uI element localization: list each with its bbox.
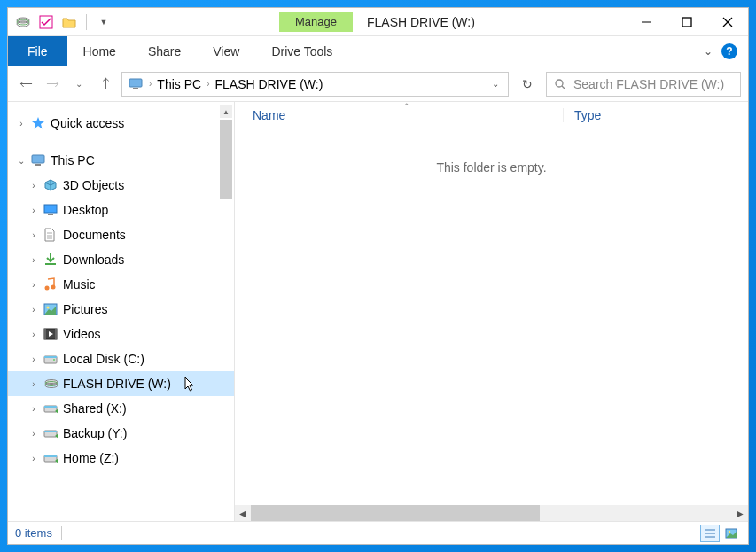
ribbon: File Home Share View Drive Tools ⌄ ? (8, 36, 748, 66)
nav-label: Downloads (63, 253, 124, 267)
chevron-right-icon[interactable]: › (27, 280, 40, 290)
chevron-right-icon[interactable]: › (27, 305, 40, 315)
empty-folder-message: This folder is empty. (235, 128, 748, 175)
svg-point-21 (51, 285, 56, 290)
chevron-right-icon[interactable]: › (27, 181, 40, 190)
svg-rect-25 (44, 329, 46, 339)
nav-label: Shared (X:) (63, 401, 127, 416)
scroll-right-icon[interactable]: ▶ (732, 505, 748, 521)
search-placeholder: Search FLASH DRIVE (W:) (573, 77, 724, 91)
properties-qat-icon[interactable] (38, 14, 54, 30)
chevron-right-icon[interactable]: › (27, 404, 40, 414)
chevron-right-icon[interactable]: › (27, 255, 40, 265)
star-icon (31, 116, 47, 130)
chevron-right-icon[interactable]: › (27, 230, 40, 240)
horizontal-scrollbar[interactable]: ◀ ▶ (235, 505, 748, 521)
svg-rect-8 (129, 79, 142, 87)
scroll-up-icon[interactable]: ▲ (220, 105, 232, 118)
explorer-window: ▼ Manage FLASH DRIVE (W:) File Home Shar… (7, 7, 749, 545)
nav-item[interactable]: ›FLASH DRIVE (W:) (8, 371, 234, 396)
up-button[interactable]: 🡑 (95, 74, 116, 95)
chevron-right-icon[interactable]: › (27, 454, 40, 463)
chevron-right-icon[interactable]: › (149, 79, 152, 89)
recent-dropdown-icon[interactable]: ⌄ (68, 74, 90, 95)
scroll-thumb[interactable] (251, 505, 540, 521)
desktop-icon (43, 204, 59, 216)
manage-context-tab[interactable]: Manage (279, 12, 353, 32)
nav-scrollbar[interactable]: ▲ (220, 105, 232, 199)
nav-item[interactable]: ›Desktop (8, 198, 234, 222)
back-button[interactable]: 🡐 (15, 74, 36, 95)
chevron-right-icon[interactable]: › (27, 429, 40, 439)
tab-home[interactable]: Home (67, 36, 132, 66)
refresh-button[interactable]: ↻ (514, 77, 541, 91)
nav-item[interactable]: ›Music (8, 272, 234, 297)
svg-point-20 (45, 286, 50, 291)
pic-icon (43, 303, 59, 315)
chevron-right-icon[interactable]: › (15, 119, 27, 128)
search-icon (554, 78, 566, 90)
chevron-right-icon[interactable]: › (27, 330, 40, 339)
scroll-thumb[interactable] (220, 120, 232, 199)
scroll-left-icon[interactable]: ◀ (235, 505, 251, 521)
minimize-button[interactable] (626, 8, 666, 36)
thumbnails-view-button[interactable] (721, 525, 741, 542)
folder-qat-icon[interactable] (61, 14, 77, 30)
nav-item[interactable]: ›Downloads (8, 247, 234, 272)
chevron-right-icon[interactable]: › (27, 379, 40, 389)
nav-item[interactable]: ›3D Objects (8, 173, 234, 198)
qat-divider (86, 14, 87, 30)
breadcrumb-box[interactable]: › This PC › FLASH DRIVE (W:) ⌄ (121, 72, 509, 97)
nav-item[interactable]: ›Backup (Y:) (8, 421, 234, 446)
column-headers: ⌃ Name Type (235, 102, 748, 128)
breadcrumb-flash-drive[interactable]: FLASH DRIVE (W:) (214, 77, 323, 91)
svg-rect-26 (55, 329, 57, 339)
flash-icon (43, 378, 59, 389)
nav-item[interactable]: ›Home (Z:) (8, 446, 234, 470)
search-box[interactable]: Search FLASH DRIVE (W:) (546, 72, 741, 97)
tab-view[interactable]: View (197, 36, 255, 66)
app-icon (15, 14, 31, 30)
nav-item[interactable]: ›Videos (8, 322, 234, 346)
nav-label: Backup (Y:) (63, 426, 127, 440)
svg-rect-29 (44, 356, 57, 358)
close-button[interactable] (707, 8, 748, 36)
nav-item[interactable]: ›Shared (X:) (8, 396, 234, 421)
pc-icon (31, 154, 47, 167)
chevron-right-icon[interactable]: › (27, 206, 40, 215)
nav-label: Videos (63, 327, 101, 341)
breadcrumb-this-pc[interactable]: This PC (157, 77, 201, 91)
help-icon[interactable]: ? (721, 43, 737, 59)
netdrive-icon (43, 402, 59, 415)
nav-label: Quick access (51, 116, 124, 130)
forward-button[interactable]: 🡒 (42, 74, 63, 95)
chevron-right-icon[interactable]: › (27, 354, 40, 364)
svg-rect-36 (44, 431, 57, 432)
nav-item[interactable]: ›Documents (8, 222, 234, 247)
nav-label: 3D Objects (63, 178, 124, 192)
doc-icon (43, 228, 59, 242)
music-icon (43, 277, 59, 292)
svg-point-43 (729, 530, 730, 532)
nav-item[interactable]: ›Pictures (8, 297, 234, 322)
nav-label: This PC (51, 153, 95, 167)
svg-point-23 (47, 307, 50, 309)
tab-share[interactable]: Share (132, 36, 197, 66)
column-type[interactable]: Type (563, 108, 601, 122)
qat-dropdown-icon[interactable]: ▼ (96, 14, 112, 30)
nav-label: Home (Z:) (63, 451, 119, 465)
details-view-button[interactable] (700, 525, 720, 542)
chevron-right-icon[interactable]: › (207, 79, 209, 89)
svg-rect-15 (48, 214, 53, 215)
address-dropdown-icon[interactable]: ⌄ (488, 79, 503, 89)
nav-this-pc[interactable]: ⌄ This PC (8, 148, 234, 173)
chevron-down-icon[interactable]: ⌄ (15, 156, 27, 166)
nav-quick-access[interactable]: › Quick access (8, 111, 234, 136)
svg-rect-5 (682, 18, 691, 27)
maximize-button[interactable] (666, 8, 707, 36)
ribbon-expand-icon[interactable]: ⌄ (704, 45, 713, 58)
nav-item[interactable]: ›Local Disk (C:) (8, 346, 234, 371)
cursor-icon (184, 377, 197, 393)
tab-file[interactable]: File (8, 36, 67, 66)
tab-drive-tools[interactable]: Drive Tools (255, 44, 348, 58)
